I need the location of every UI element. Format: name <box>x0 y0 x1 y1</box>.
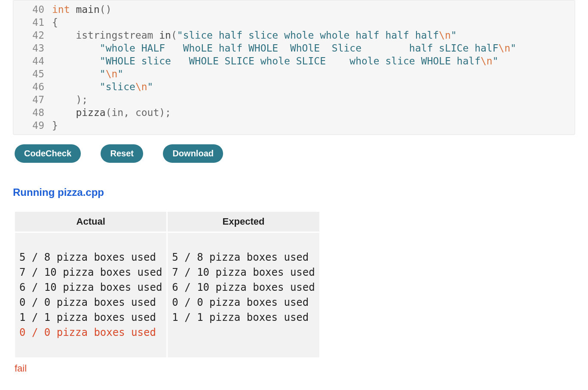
code-token: istringstream <box>52 30 159 41</box>
code-token: (in, cout); <box>106 107 171 118</box>
code-token: main <box>76 4 99 15</box>
code-token: \n <box>106 68 118 79</box>
output-line: 6 / 10 pizza boxes used <box>19 281 162 293</box>
code-token: "slice half slice whole whole half half … <box>177 30 439 41</box>
code-token: " <box>147 81 153 92</box>
line-number: 46 <box>13 80 52 93</box>
code-token: in <box>159 30 171 41</box>
code-token <box>52 68 100 79</box>
actual-cell: 5 / 8 pizza boxes used 7 / 10 pizza boxe… <box>15 233 166 357</box>
expected-cell: 5 / 8 pizza boxes used 7 / 10 pizza boxe… <box>168 233 319 357</box>
code-token <box>52 94 76 105</box>
output-line: 0 / 0 pizza boxes used <box>19 326 156 338</box>
line-number: 40 <box>13 3 52 16</box>
line-number: 48 <box>13 106 52 119</box>
output-line: 7 / 10 pizza boxes used <box>19 266 162 278</box>
code-token: \n <box>439 30 451 41</box>
code-editor: 40int main()41{42 istringstream in("slic… <box>13 0 575 135</box>
code-line: 43 "whole HALF WhoLE half WHOLE WhOlE Sl… <box>13 42 575 55</box>
code-line: 49} <box>13 119 575 132</box>
code-token: " <box>493 55 499 67</box>
button-row: CodeCheck Reset Download <box>15 144 573 163</box>
code-token <box>52 43 100 54</box>
output-line: 1 / 1 pizza boxes used <box>19 311 156 323</box>
code-token <box>70 4 76 15</box>
code-line: 46 "slice\n" <box>13 80 575 93</box>
code-line: 44 "WHOLE slice WHOLE SLICE whole SLICE … <box>13 55 575 67</box>
code-token <box>52 107 76 118</box>
code-line: 45 "\n" <box>13 67 575 80</box>
code-token: \n <box>135 81 147 92</box>
code-line: 42 istringstream in("slice half slice wh… <box>13 29 575 42</box>
line-number: 44 <box>13 55 52 67</box>
code-line: 41{ <box>13 16 575 29</box>
code-token: " <box>117 68 123 79</box>
code-line: 40int main() <box>13 3 575 16</box>
output-line: 7 / 10 pizza boxes used <box>172 266 315 278</box>
code-token: ( <box>171 30 177 41</box>
results-table: Actual Expected 5 / 8 pizza boxes used 7… <box>14 210 321 359</box>
actual-header: Actual <box>15 212 166 232</box>
code-token <box>52 81 100 92</box>
code-token: \n <box>481 55 493 67</box>
code-token: "WHOLE slice WHOLE SLICE whole SLICE who… <box>100 55 481 67</box>
code-token: } <box>52 120 58 131</box>
line-number: 43 <box>13 42 52 55</box>
code-token: " <box>510 43 516 54</box>
output-line: 0 / 0 pizza boxes used <box>172 296 309 308</box>
line-number: 42 <box>13 29 52 42</box>
line-number: 45 <box>13 67 52 80</box>
line-number: 47 <box>13 93 52 106</box>
code-token: ); <box>76 94 88 105</box>
status-text: fail <box>15 363 575 374</box>
code-token: pizza <box>76 107 105 118</box>
output-line: 6 / 10 pizza boxes used <box>172 281 315 293</box>
output-line: 0 / 0 pizza boxes used <box>19 296 156 308</box>
expected-header: Expected <box>168 212 319 232</box>
code-token <box>52 55 100 67</box>
code-token: () <box>100 4 112 15</box>
reset-button[interactable]: Reset <box>101 144 143 163</box>
code-line: 48 pizza(in, cout); <box>13 106 575 119</box>
output-line: 1 / 1 pizza boxes used <box>172 311 309 323</box>
line-number: 41 <box>13 16 52 29</box>
code-token: { <box>52 17 58 28</box>
codecheck-button[interactable]: CodeCheck <box>15 144 81 163</box>
code-token: \n <box>499 43 511 54</box>
code-token: int <box>52 4 70 15</box>
code-token: " <box>100 68 106 79</box>
line-number: 49 <box>13 119 52 132</box>
code-token: "slice <box>100 81 135 92</box>
output-line: 5 / 8 pizza boxes used <box>172 251 309 263</box>
running-header: Running pizza.cpp <box>13 186 575 198</box>
output-line: 5 / 8 pizza boxes used <box>19 251 156 263</box>
code-token: " <box>451 30 457 41</box>
code-line: 47 ); <box>13 93 575 106</box>
code-token: "whole HALF WhoLE half WHOLE WhOlE Slice… <box>100 43 499 54</box>
download-button[interactable]: Download <box>163 144 223 163</box>
